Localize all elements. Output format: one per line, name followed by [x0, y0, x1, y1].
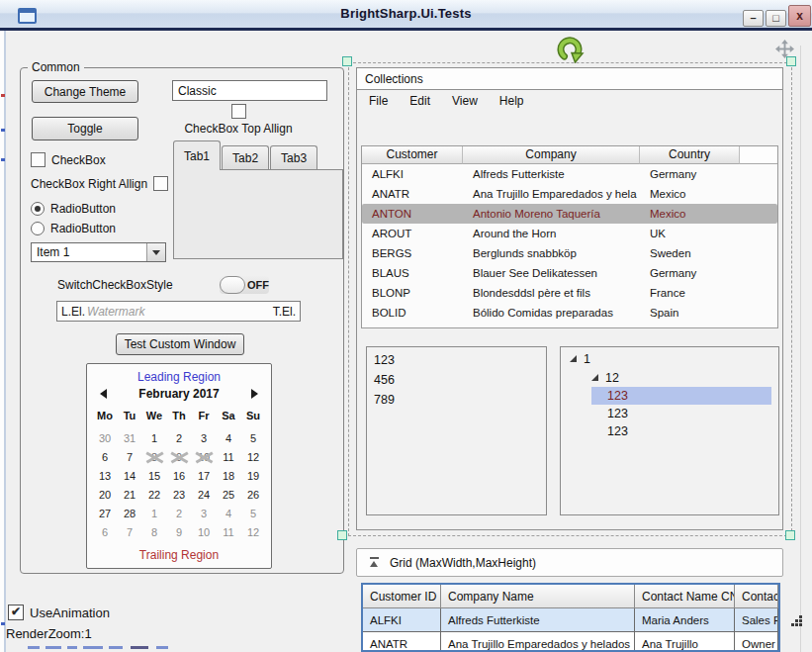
adorner-handle-bottom-right[interactable]	[785, 530, 795, 540]
calendar-day[interactable]: 7	[118, 448, 142, 467]
calendar-prev-icon[interactable]	[100, 389, 107, 399]
calendar-day[interactable]: 12	[241, 523, 266, 542]
item-combobox[interactable]: Item 1	[31, 242, 166, 262]
column-header-company[interactable]: Company	[463, 146, 640, 164]
watermark-textbox[interactable]: L.El. Watermark T.El.	[56, 301, 301, 322]
combobox-dropdown-button[interactable]	[146, 243, 165, 261]
calendar-day[interactable]: 27	[93, 505, 118, 523]
adorner-handle-top-left[interactable]	[342, 56, 352, 66]
tab-tab1[interactable]: Tab1	[173, 140, 221, 170]
table-row[interactable]: ALFKIAlfreds FutterkisteGermany	[362, 164, 777, 184]
table-row[interactable]: AROUTAround the HornUK	[362, 224, 777, 243]
calendar-day[interactable]: 28	[118, 505, 142, 523]
adorner-handle-top-right[interactable]	[786, 56, 796, 66]
resize-grip[interactable]	[790, 613, 803, 631]
calendar-day[interactable]: 13	[93, 467, 118, 486]
menu-view[interactable]: View	[443, 92, 487, 110]
list-item[interactable]: 456	[367, 370, 546, 390]
column-header-contact[interactable]: Contact	[735, 585, 778, 608]
test-custom-window-button[interactable]: Test Custom Window	[116, 333, 244, 355]
calendar-day[interactable]: 12	[241, 448, 266, 467]
tree-node-child[interactable]: 12	[561, 368, 778, 387]
calendar-day[interactable]: 24	[192, 486, 217, 505]
close-button[interactable]: x	[788, 5, 811, 27]
calendar-day[interactable]: 19	[241, 467, 266, 486]
column-header-customer[interactable]: Customer	[362, 146, 463, 164]
list-item[interactable]: 123	[367, 350, 546, 370]
table-row[interactable]: ANATRAna Trujillo Emparedados y helaMexi…	[362, 184, 777, 204]
calendar-day[interactable]: 14	[118, 467, 142, 486]
titlebar[interactable]: BrightSharp.Ui.Tests – □ x	[0, 0, 812, 28]
tree-expanded-icon[interactable]	[591, 374, 598, 381]
calendar-day[interactable]: 17	[192, 467, 217, 486]
grid-expander[interactable]: Grid (MaxWidth,MaxHeight)	[356, 548, 783, 577]
calendar-day[interactable]: 9	[167, 448, 192, 467]
calendar-day[interactable]: 5	[241, 429, 266, 448]
table-row[interactable]: BOLIDBólido Comidas preparadasSpain	[362, 303, 777, 323]
calendar-day[interactable]: 11	[217, 448, 241, 467]
calendar-day[interactable]: 8	[142, 448, 167, 467]
calendar-next-icon[interactable]	[251, 389, 258, 399]
table-row[interactable]: BLONPBlondesddsl père et filsFrance	[362, 283, 777, 303]
checkbox-right-align[interactable]	[153, 176, 168, 191]
tree-item[interactable]: 123	[561, 405, 778, 422]
menu-file[interactable]: File	[360, 92, 397, 110]
column-header-contact-name-cn[interactable]: Contact Name CN	[635, 585, 735, 608]
column-header-company-name[interactable]: Company Name	[441, 585, 635, 608]
calendar-day[interactable]: 4	[217, 505, 241, 523]
theme-input[interactable]: Classic	[172, 80, 327, 101]
tab-tab3[interactable]: Tab3	[270, 145, 317, 170]
checkbox-top-align[interactable]	[231, 104, 246, 119]
minimize-button[interactable]: –	[743, 10, 764, 27]
calendar-day[interactable]: 21	[118, 486, 142, 505]
calendar-day[interactable]: 5	[241, 505, 266, 523]
calendar-day[interactable]: 18	[217, 467, 241, 486]
adorner-handle-bottom-left[interactable]	[337, 530, 347, 540]
table-row[interactable]: ANATRAna Trujillo Emparedados y heladosA…	[363, 632, 778, 652]
maximize-button[interactable]: □	[766, 10, 786, 27]
table-row[interactable]: ALFKIAlfreds FutterkisteMaria AndersSale…	[363, 608, 778, 632]
calendar-day[interactable]: 16	[167, 467, 192, 486]
calendar-day[interactable]: 23	[167, 486, 192, 505]
calendar-day[interactable]: 31	[118, 429, 142, 448]
use-animation-checkbox[interactable]: ✔	[8, 605, 24, 620]
switch-thumb[interactable]	[220, 276, 245, 294]
calendar-month-title[interactable]: February 2017	[138, 387, 219, 401]
table-row[interactable]: BERGSBerglunds snabbköpSweden	[362, 243, 777, 263]
menu-edit[interactable]: Edit	[401, 92, 439, 110]
radio-button-unselected[interactable]	[31, 222, 45, 235]
calendar-day[interactable]: 6	[93, 523, 118, 542]
calendar-day[interactable]: 8	[142, 523, 167, 542]
table-row[interactable]: ANTONAntonio Moreno TaqueríaMexico	[362, 204, 777, 224]
calendar-day[interactable]: 3	[192, 429, 217, 448]
calendar-day[interactable]: 10	[192, 448, 217, 467]
calendar-day[interactable]: 2	[167, 505, 192, 523]
calendar-day[interactable]: 4	[217, 429, 241, 448]
calendar-day[interactable]: 7	[118, 523, 142, 542]
calendar-day[interactable]: 3	[192, 505, 217, 523]
table-row[interactable]: BLAUSBlauer See DelikatessenGermany	[362, 263, 777, 283]
calendar-day[interactable]: 20	[93, 486, 118, 505]
calendar-day[interactable]: 6	[93, 448, 118, 467]
calendar-day[interactable]: 25	[217, 486, 241, 505]
tree-node-root[interactable]: 1	[561, 349, 778, 368]
tree-item[interactable]: 123	[591, 387, 771, 405]
checkbox[interactable]	[31, 152, 45, 167]
calendar-day[interactable]: 1	[142, 429, 167, 448]
calendar-day[interactable]: 26	[241, 486, 266, 505]
tab-tab2[interactable]: Tab2	[222, 145, 269, 170]
list-item[interactable]: 789	[367, 390, 546, 410]
menu-help[interactable]: Help	[491, 92, 533, 110]
radio-button-selected[interactable]	[31, 202, 45, 216]
switch-checkbox[interactable]: OFF	[220, 276, 269, 294]
change-theme-button[interactable]: Change Theme	[32, 80, 138, 103]
calendar-day[interactable]: 30	[93, 429, 118, 448]
column-header-country[interactable]: Country	[640, 146, 740, 164]
calendar-day[interactable]: 9	[167, 523, 192, 542]
calendar-day[interactable]: 15	[142, 467, 167, 486]
tree-expanded-icon[interactable]	[570, 355, 577, 362]
calendar-day[interactable]: 2	[167, 429, 192, 448]
tree-item[interactable]: 123	[561, 422, 778, 440]
toggle-button[interactable]: Toggle	[32, 117, 138, 140]
calendar-day[interactable]: 10	[192, 523, 217, 542]
